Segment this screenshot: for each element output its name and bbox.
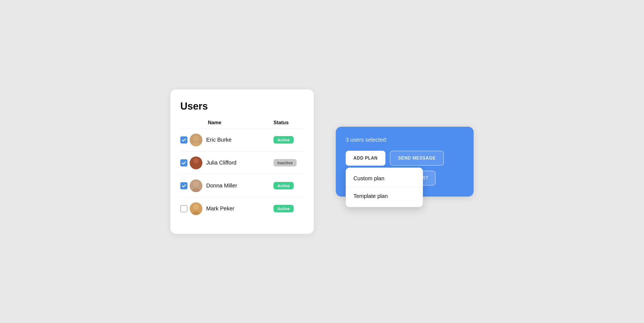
user-status-eric: Active <box>273 137 304 143</box>
users-card: Users Name Status Eric Burk <box>170 89 314 234</box>
user-checkbox-donna[interactable] <box>180 182 187 189</box>
selected-label: 3 users selected: <box>346 137 464 143</box>
user-name-julia: Julia Clifford <box>206 160 273 166</box>
user-name-eric: Eric Burke <box>206 137 273 143</box>
send-message-button[interactable]: SEND MESSAGE <box>390 151 444 166</box>
avatar-eric <box>190 134 202 146</box>
action-panel: 3 users selected: ADD PLAN SEND MESSAGE … <box>336 127 474 197</box>
user-checkbox-mark[interactable] <box>180 205 187 212</box>
header-name-col: Name <box>208 120 273 126</box>
user-status-mark: Active <box>273 206 304 211</box>
table-row: Julia Clifford Inactive <box>180 152 304 174</box>
svg-point-7 <box>194 159 198 163</box>
dropdown-item-template-plan[interactable]: Template plan <box>346 187 423 205</box>
user-name-mark: Mark Peker <box>206 205 273 212</box>
status-badge-donna: Active <box>273 182 294 189</box>
user-checkbox-julia[interactable] <box>180 159 187 166</box>
table-row: Mark Peker Active <box>180 197 304 220</box>
user-status-julia: Inactive <box>273 160 304 166</box>
user-name-donna: Donna Miller <box>206 182 273 189</box>
status-badge-eric: Active <box>273 136 294 144</box>
status-badge-mark: Active <box>273 205 294 212</box>
scene: Users Name Status Eric Burk <box>159 78 485 245</box>
avatar-mark <box>190 202 202 215</box>
table-row: Eric Burke Active <box>180 129 304 152</box>
users-card-title: Users <box>180 100 304 112</box>
action-buttons-row-1: ADD PLAN SEND MESSAGE <box>346 151 464 166</box>
svg-point-11 <box>194 182 198 186</box>
table-row: Donna Miller Active <box>180 174 304 197</box>
avatar-julia <box>190 157 202 169</box>
avatar-donna <box>190 179 202 192</box>
dropdown-item-custom-plan[interactable]: Custom plan <box>346 170 423 187</box>
svg-point-15 <box>194 205 198 209</box>
user-status-donna: Active <box>273 183 304 189</box>
dropdown-menu: Custom plan Template plan <box>346 168 423 207</box>
add-plan-button[interactable]: ADD PLAN <box>346 151 385 166</box>
svg-point-3 <box>194 136 198 141</box>
table-header: Name Status <box>180 120 304 129</box>
user-checkbox-eric[interactable] <box>180 136 187 144</box>
header-status-col: Status <box>273 120 304 126</box>
status-badge-julia: Inactive <box>273 159 297 166</box>
